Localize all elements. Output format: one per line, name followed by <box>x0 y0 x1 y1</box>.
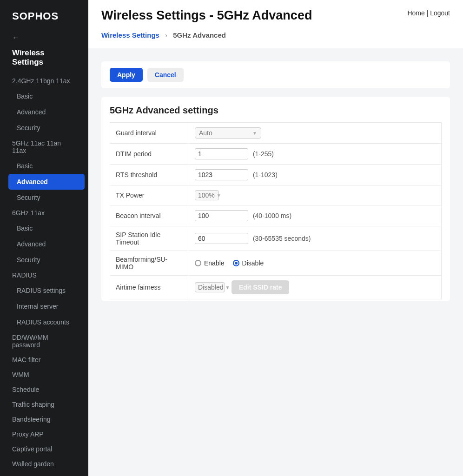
sidebar-item-wmm[interactable]: WMM <box>0 367 88 382</box>
sidebar-item-5-advanced[interactable]: Advanced <box>8 174 85 190</box>
sidebar-item-24-security[interactable]: Security <box>0 120 88 136</box>
sidebar-item-5-security[interactable]: Security <box>0 190 88 205</box>
section-title: 5GHz Advanced settings <box>110 105 442 116</box>
sidebar-item-6-security[interactable]: Security <box>0 252 88 268</box>
sidebar-item-schedule[interactable]: Schedule <box>0 382 88 397</box>
label-airtime: Airtime fairness <box>110 276 189 299</box>
sidebar-item-proxyarp[interactable]: Proxy ARP <box>0 427 88 442</box>
chevron-down-icon: ▼ <box>252 131 257 136</box>
sidebar-item-24-advanced[interactable]: Advanced <box>0 104 88 120</box>
row-txpower: TX Power 100% ▼ <box>110 185 442 205</box>
radio-icon-checked <box>233 260 239 266</box>
label-sip-idle: SIP Station Idle Timeout <box>110 226 189 251</box>
settings-panel: 5GHz Advanced settings Guard interval Au… <box>101 97 450 301</box>
row-airtime: Airtime fairness Disabled ▼ Edit SSID ra… <box>110 276 442 299</box>
input-beacon[interactable] <box>195 210 248 221</box>
chevron-right-icon: › <box>165 31 167 39</box>
radio-beamforming-disable[interactable]: Disable <box>233 259 264 267</box>
sidebar-item-ddwwmm[interactable]: DD/WW/MM password <box>0 330 88 352</box>
content: Apply Cancel 5GHz Advanced settings Guar… <box>88 48 463 314</box>
hint-sip-idle: (30-65535 seconds) <box>253 235 311 242</box>
label-txpower: TX Power <box>110 185 189 205</box>
row-sip-idle: SIP Station Idle Timeout (30-65535 secon… <box>110 226 442 251</box>
brand-text: SOPHOS <box>12 10 79 22</box>
sidebar-item-6-basic[interactable]: Basic <box>0 220 88 236</box>
back-arrow-icon[interactable]: ← <box>0 31 88 46</box>
row-rts: RTS threshold (1-1023) <box>110 165 442 185</box>
input-dtim[interactable] <box>195 148 248 159</box>
hint-rts: (1-1023) <box>253 171 278 178</box>
sidebar-item-6-advanced[interactable]: Advanced <box>0 236 88 252</box>
input-sip-idle[interactable] <box>195 233 248 244</box>
page-title: Wireless Settings - 5GHz Advanced <box>101 8 312 23</box>
input-rts[interactable] <box>195 169 248 180</box>
radio-disable-label: Disable <box>242 259 264 267</box>
select-txpower-value: 100% <box>198 192 215 199</box>
select-guard-interval-value: Auto <box>199 129 212 137</box>
sidebar-item-radius-internal[interactable]: Internal server <box>0 298 88 314</box>
header-links: Home | Logout <box>407 8 450 17</box>
label-rts: RTS threshold <box>110 165 189 185</box>
sidebar-item-bandsteering[interactable]: Bandsteering <box>0 412 88 427</box>
label-beacon: Beacon interval <box>110 205 189 226</box>
radio-beamforming-enable[interactable]: Enable <box>195 259 225 267</box>
breadcrumb-root[interactable]: Wireless Settings <box>101 31 159 39</box>
hint-beacon: (40-1000 ms) <box>253 212 291 219</box>
page-header: Wireless Settings - 5GHz Advanced Home |… <box>88 0 463 48</box>
sidebar-item-macfilter[interactable]: MAC filter <box>0 352 88 367</box>
breadcrumb-current: 5GHz Advanced <box>173 31 226 39</box>
sidebar-item-radius-accounts[interactable]: RADIUS accounts <box>0 314 88 330</box>
cancel-button[interactable]: Cancel <box>147 68 184 82</box>
label-dtim: DTIM period <box>110 144 189 165</box>
chevron-down-icon: ▼ <box>217 193 221 198</box>
sidebar-group-24ghz[interactable]: 2.4GHz 11bgn 11ax <box>0 73 88 88</box>
select-airtime-value: Disabled <box>198 284 223 291</box>
edit-ssid-rate-button: Edit SSID rate <box>232 280 290 294</box>
row-guard-interval: Guard interval Auto ▼ <box>110 123 442 144</box>
sidebar-item-captive[interactable]: Captive portal <box>0 442 88 456</box>
select-guard-interval[interactable]: Auto ▼ <box>195 127 261 139</box>
sidebar-group-6ghz[interactable]: 6GHz 11ax <box>0 205 88 220</box>
radio-icon <box>195 260 201 266</box>
settings-table: Guard interval Auto ▼ DTIM period (1-255… <box>110 122 442 299</box>
label-guard-interval: Guard interval <box>110 123 189 144</box>
sidebar-section-title: Wireless Settings <box>0 46 88 73</box>
brand-logo: SOPHOS <box>0 0 88 31</box>
select-airtime[interactable]: Disabled ▼ <box>195 282 225 292</box>
row-beacon: Beacon interval (40-1000 ms) <box>110 205 442 226</box>
sidebar-group-radius[interactable]: RADIUS <box>0 268 88 283</box>
home-link[interactable]: Home <box>407 9 424 17</box>
sidebar-item-walled[interactable]: Walled garden <box>0 456 88 471</box>
apply-button[interactable]: Apply <box>110 68 143 82</box>
action-bar: Apply Cancel <box>101 61 450 88</box>
sidebar: SOPHOS ← Wireless Settings 2.4GHz 11bgn … <box>0 0 88 476</box>
row-dtim: DTIM period (1-255) <box>110 144 442 165</box>
sidebar-item-24-basic[interactable]: Basic <box>0 88 88 104</box>
hint-dtim: (1-255) <box>253 150 274 158</box>
main-area: Wireless Settings - 5GHz Advanced Home |… <box>88 0 463 476</box>
sidebar-group-5ghz[interactable]: 5GHz 11ac 11an 11ax <box>0 136 88 158</box>
label-beamforming: Beamforming/SU-MIMO <box>110 251 189 276</box>
sidebar-item-radius-settings[interactable]: RADIUS settings <box>0 283 88 298</box>
sidebar-item-5-basic[interactable]: Basic <box>0 158 88 174</box>
sidebar-item-traffic[interactable]: Traffic shaping <box>0 397 88 412</box>
chevron-down-icon: ▼ <box>225 285 230 290</box>
select-txpower[interactable]: 100% ▼ <box>195 190 219 200</box>
breadcrumb: Wireless Settings › 5GHz Advanced <box>101 31 450 39</box>
row-beamforming: Beamforming/SU-MIMO Enable Disable <box>110 251 442 276</box>
logout-link[interactable]: Logout <box>430 9 450 17</box>
radio-enable-label: Enable <box>204 259 225 267</box>
